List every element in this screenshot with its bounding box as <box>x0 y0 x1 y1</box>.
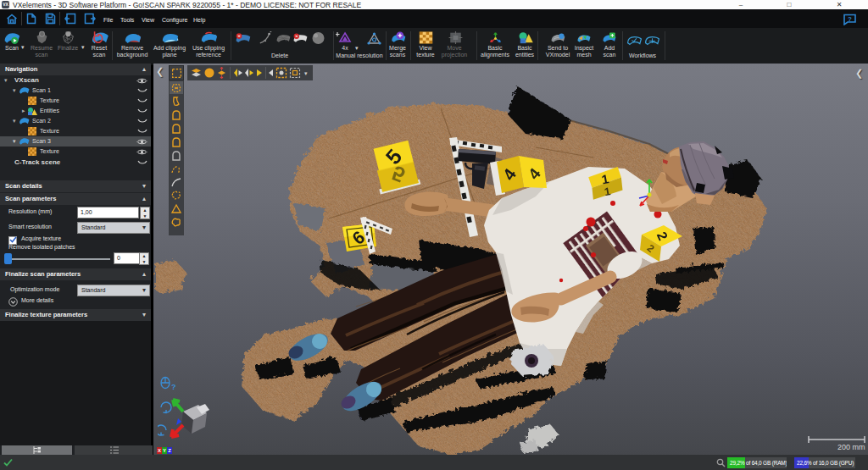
svg-text:?: ? <box>848 15 852 23</box>
svg-text:?: ? <box>171 383 176 391</box>
